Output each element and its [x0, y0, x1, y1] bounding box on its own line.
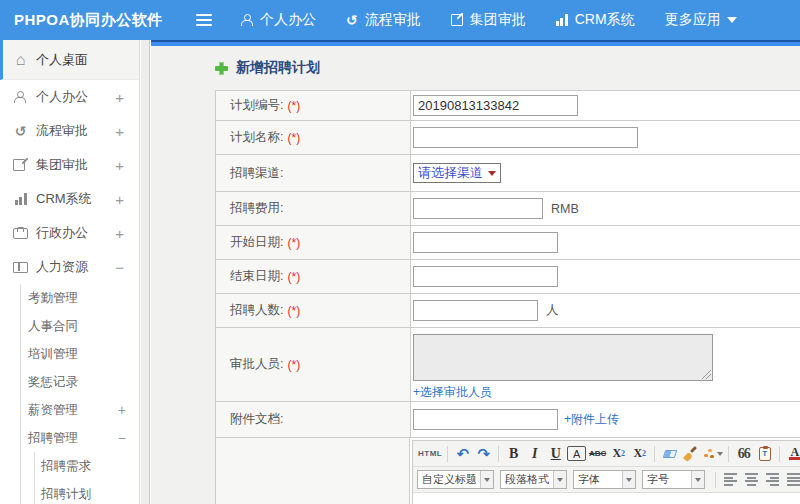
nav-label: 更多应用: [665, 11, 721, 29]
start-date-input[interactable]: [413, 232, 558, 253]
nav-workflow-approval[interactable]: ↺ 流程审批: [346, 11, 421, 29]
nav-personal-office[interactable]: 个人办公: [240, 11, 316, 29]
sidebar-item-recruit-demand[interactable]: 招聘需求: [35, 452, 139, 480]
sidebar-item-training[interactable]: 培训管理: [21, 340, 139, 368]
sidebar-item-hr-contract[interactable]: 人事合同: [21, 312, 139, 340]
align-justify-button[interactable]: [784, 470, 800, 490]
align-left-button[interactable]: [721, 470, 740, 490]
expand-minus[interactable]: −: [115, 259, 124, 276]
sidebar-item-personal-office[interactable]: 个人办公 +: [0, 80, 139, 114]
font-border-button[interactable]: A: [567, 446, 586, 461]
home-icon: ⌂: [13, 53, 28, 67]
top-nav: 个人办公 ↺ 流程审批 集团审批 CRM系统 更多应用: [240, 11, 767, 29]
sidebar-item-rewards[interactable]: 奖惩记录: [21, 368, 139, 396]
superscript-button[interactable]: X2: [609, 444, 628, 464]
brush-icon: [684, 447, 697, 460]
font-size-dropdown[interactable]: 字号: [642, 470, 705, 489]
sidebar-item-label: 个人桌面: [36, 51, 88, 69]
attachment-upload-link[interactable]: +附件上传: [564, 411, 619, 428]
end-date-input[interactable]: [413, 266, 558, 287]
caret-down-icon: [557, 478, 563, 482]
sidebar-item-hr[interactable]: 人力资源 −: [0, 250, 139, 284]
form-row-end-date: 结束日期: (*): [216, 260, 800, 294]
field-label: 招聘渠道:: [216, 155, 411, 191]
paste-text-button[interactable]: T: [755, 444, 774, 464]
plan-name-input[interactable]: [413, 127, 638, 148]
expand-plus[interactable]: +: [115, 157, 124, 174]
custom-title-dropdown[interactable]: 自定义标题: [417, 470, 494, 489]
align-right-icon: [766, 473, 779, 486]
sidebar-item-label: 考勤管理: [28, 290, 78, 307]
dropdown-caret-button[interactable]: [622, 471, 635, 488]
expand-minus[interactable]: −: [118, 430, 126, 446]
nav-more-apps[interactable]: 更多应用: [665, 11, 737, 29]
field-label: 计划名称: (*): [216, 121, 411, 154]
form-row-plan-name: 计划名称: (*): [216, 121, 800, 155]
sidebar-item-workflow-approval[interactable]: ↺ 流程审批 +: [0, 114, 139, 148]
dropdown-caret-button[interactable]: [691, 471, 704, 488]
paragraph-format-dropdown[interactable]: 段落格式: [500, 470, 567, 489]
strikethrough-button[interactable]: ABC: [588, 444, 607, 464]
form-row-channel: 招聘渠道: 请选择渠道: [216, 155, 800, 192]
person-icon: [240, 14, 253, 26]
sidebar-item-salary[interactable]: 薪资管理 +: [21, 396, 139, 424]
sidebar-item-admin-office[interactable]: 行政办公 +: [0, 216, 139, 250]
blockquote-button[interactable]: 66: [734, 444, 753, 464]
sidebar-item-group-approval[interactable]: 集团审批 +: [0, 148, 139, 182]
resize-grip-icon[interactable]: [702, 370, 711, 379]
sidebar-item-crm[interactable]: CRM系统 +: [0, 182, 139, 216]
approvers-textarea[interactable]: [413, 334, 713, 381]
redo-button[interactable]: ↷: [474, 444, 493, 464]
editor-toolbar-row2: 自定义标题 段落格式 字体 字号: [413, 467, 800, 493]
expand-plus[interactable]: +: [115, 191, 124, 208]
undo-button[interactable]: ↶: [453, 444, 472, 464]
font-family-dropdown[interactable]: 字体: [573, 470, 636, 489]
select-approvers-link[interactable]: +选择审批人员: [413, 384, 492, 401]
dropdown-caret-button[interactable]: [480, 471, 493, 488]
field-label: 计划编号: (*): [216, 91, 411, 120]
sidebar-item-recruit-plan[interactable]: 招聘计划: [35, 480, 139, 504]
underline-button[interactable]: U: [546, 444, 565, 464]
sidebar-item-label: 培训管理: [28, 346, 78, 363]
subscript-button[interactable]: X2: [630, 444, 649, 464]
flow-arrow-icon: ↺: [346, 14, 358, 26]
recruit-plan-form: 计划编号: (*) 计划名称: (*) 招聘渠道: 请选择渠道: [215, 90, 800, 504]
sidebar-item-desktop[interactable]: ⌂ 个人桌面: [0, 40, 139, 80]
headcount-input[interactable]: [413, 300, 538, 321]
nav-crm-system[interactable]: CRM系统: [556, 11, 635, 29]
expand-plus[interactable]: +: [115, 225, 124, 242]
align-center-icon: [745, 473, 758, 486]
cost-input[interactable]: [413, 198, 543, 219]
form-row-attachment: 附件文档: +附件上传: [216, 402, 800, 438]
attachment-input[interactable]: [413, 409, 558, 430]
font-color-button[interactable]: A: [785, 444, 800, 464]
expand-plus[interactable]: +: [115, 123, 124, 140]
format-brush-button[interactable]: [681, 444, 700, 464]
sidebar-item-label: 人力资源: [36, 258, 88, 276]
field-label: 审批人员: (*): [216, 328, 411, 401]
top-header: PHPOA协同办公软件 个人办公 ↺ 流程审批 集团审批 CRM系统 更多应用: [0, 0, 800, 40]
person-icon: [13, 91, 28, 103]
dropdown-caret-button[interactable]: [553, 471, 566, 488]
html-source-button[interactable]: HTML: [418, 444, 442, 464]
field-label: 附件文档:: [216, 402, 411, 437]
auto-typeset-button[interactable]: [702, 444, 723, 464]
editor-content-area[interactable]: [413, 493, 800, 504]
plan-no-input[interactable]: [413, 95, 578, 116]
edit-icon: [451, 14, 463, 26]
italic-button[interactable]: I: [525, 444, 544, 464]
expand-plus[interactable]: +: [118, 402, 126, 418]
eraser-button[interactable]: [660, 444, 679, 464]
align-center-button[interactable]: [742, 470, 761, 490]
expand-plus[interactable]: +: [115, 89, 124, 106]
sidebar-item-label: 个人办公: [36, 88, 88, 106]
nav-group-approval[interactable]: 集团审批: [451, 11, 526, 29]
align-right-button[interactable]: [763, 470, 782, 490]
channel-select[interactable]: 请选择渠道: [413, 163, 501, 183]
nav-label: 集团审批: [470, 11, 526, 29]
field-label: 招聘费用:: [216, 192, 411, 225]
hamburger-menu-icon[interactable]: [196, 14, 214, 27]
sidebar-item-attendance[interactable]: 考勤管理: [21, 284, 139, 312]
bold-button[interactable]: B: [504, 444, 523, 464]
sidebar-item-recruit-mgmt[interactable]: 招聘管理 −: [21, 424, 139, 452]
